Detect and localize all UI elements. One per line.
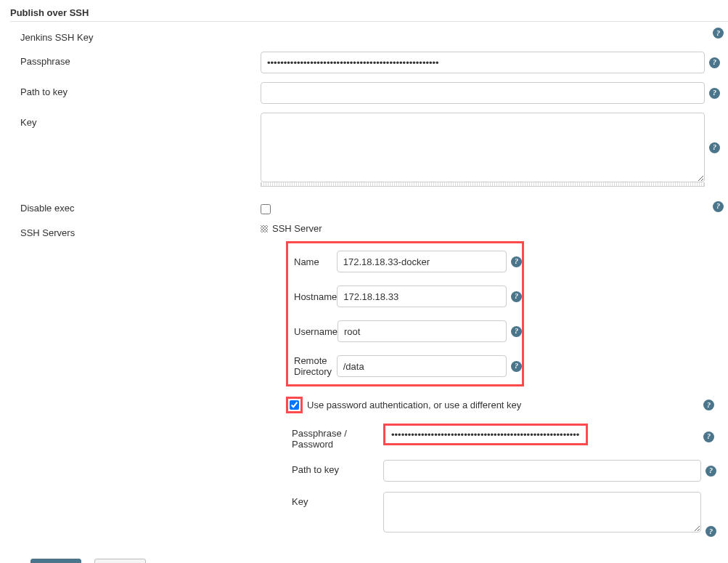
server-username-label: Username: [288, 326, 338, 337]
server-username-input[interactable]: [338, 320, 507, 342]
server-remote-dir-label: Remote Directory: [288, 355, 337, 377]
path-to-key-label: Path to key: [10, 82, 261, 97]
server-hostname-input[interactable]: [337, 285, 507, 307]
help-icon[interactable]: ?: [703, 400, 714, 410]
section-divider: [10, 21, 728, 22]
auth-key-textarea[interactable]: [383, 492, 701, 532]
ssh-servers-label: SSH Servers: [10, 223, 261, 238]
server-name-input[interactable]: [337, 251, 507, 272]
help-icon[interactable]: ?: [511, 291, 522, 302]
server-hostname-label: Hostname: [288, 291, 337, 302]
ssh-server-highlight-box: Name ? Hostname ? Username ? Remote Dire…: [286, 241, 524, 386]
auth-key-label: Key: [286, 492, 383, 507]
auth-passphrase-label: Passphrase / Password: [286, 424, 383, 450]
key-textarea[interactable]: [261, 113, 705, 182]
auth-path-to-key-label: Path to key: [286, 460, 383, 475]
auth-checkbox-highlight: [286, 397, 303, 413]
help-icon[interactable]: ?: [511, 256, 522, 267]
help-icon[interactable]: ?: [705, 466, 716, 477]
ssh-server-title: SSH Server: [272, 223, 322, 234]
save-button[interactable]: 保存: [30, 559, 81, 563]
passphrase-label: Passphrase: [10, 52, 261, 67]
jenkins-ssh-key-label: Jenkins SSH Key: [10, 28, 261, 43]
auth-password-highlight: [383, 424, 588, 445]
auth-path-to-key-input[interactable]: [383, 460, 701, 482]
help-icon[interactable]: ?: [709, 57, 720, 68]
use-password-auth-checkbox[interactable]: [290, 400, 299, 410]
help-icon[interactable]: ?: [709, 142, 720, 153]
resize-handle[interactable]: [261, 182, 705, 187]
help-icon[interactable]: ?: [703, 432, 714, 442]
drag-handle-icon[interactable]: [261, 225, 268, 232]
apply-button[interactable]: Apply: [94, 559, 146, 563]
disable-exec-checkbox[interactable]: [261, 204, 271, 214]
passphrase-input[interactable]: [261, 52, 705, 73]
help-icon[interactable]: ?: [705, 526, 716, 537]
key-label: Key: [10, 113, 261, 128]
help-icon[interactable]: ?: [511, 361, 522, 372]
help-icon[interactable]: ?: [713, 28, 724, 39]
help-icon[interactable]: ?: [709, 88, 720, 99]
help-icon[interactable]: ?: [511, 326, 522, 337]
server-remote-dir-input[interactable]: [337, 355, 507, 377]
section-title: Publish over SSH: [10, 7, 728, 18]
path-to-key-input[interactable]: [261, 82, 705, 104]
help-icon[interactable]: ?: [713, 201, 724, 212]
server-name-label: Name: [288, 256, 337, 267]
auth-passphrase-input[interactable]: [385, 426, 586, 443]
disable-exec-label: Disable exec: [10, 198, 261, 214]
use-password-auth-label: Use password authentication, or use a di…: [307, 400, 521, 410]
